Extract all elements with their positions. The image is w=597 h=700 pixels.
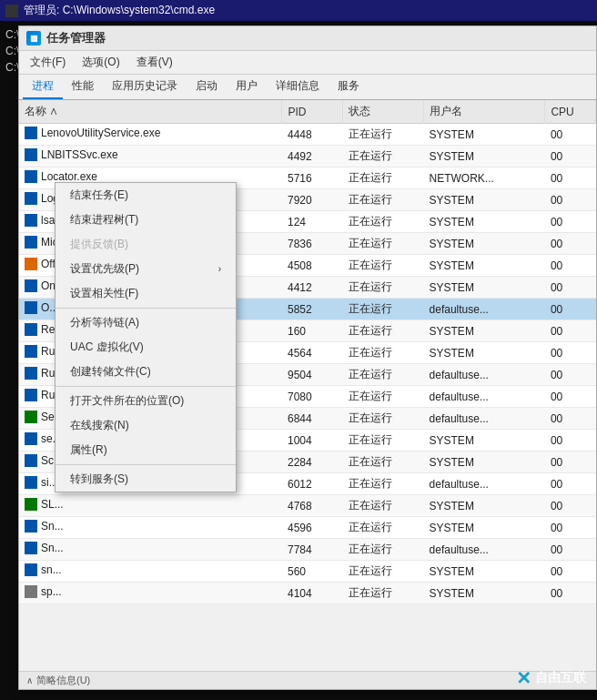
ctx-item-label: 分析等待链(A) (70, 315, 139, 330)
context-menu-item[interactable]: 设置相关性(F) (56, 281, 236, 306)
proc-name: sp... (41, 585, 62, 598)
table-row[interactable]: Sn... 7784 正在运行 defaultuse... 00 (19, 539, 596, 561)
cmd-icon (5, 5, 18, 17)
tab-details[interactable]: 详细信息 (267, 75, 329, 99)
proc-user: SYSTEM (424, 451, 545, 473)
status-text[interactable]: 简略信息(U) (36, 674, 90, 687)
proc-user: SYSTEM (424, 189, 545, 211)
tab-services[interactable]: 服务 (329, 75, 369, 99)
proc-name: sn... (41, 563, 62, 576)
context-menu-item[interactable]: UAC 虚拟化(V) (56, 335, 236, 360)
proc-status: 正在运行 (343, 386, 424, 408)
table-row[interactable]: SL... 4768 正在运行 SYSTEM 00 (19, 495, 596, 517)
proc-cpu: 00 (545, 167, 596, 189)
proc-icon (25, 411, 37, 423)
context-menu-item[interactable]: 结束任务(E) (56, 183, 236, 208)
context-menu-item[interactable]: 分析等待链(A) (56, 310, 236, 335)
proc-name-cell: Sn... (19, 517, 282, 535)
proc-name-cell: Sn... (19, 539, 282, 557)
proc-name-cell: sp... (19, 583, 282, 601)
proc-name: SL... (41, 498, 64, 511)
menu-options[interactable]: 选项(O) (75, 53, 126, 72)
watermark: ✕ 自由互联 (516, 667, 586, 689)
proc-name-cell: LNBITSSvc.exe (19, 146, 282, 164)
proc-cpu: 00 (545, 342, 596, 364)
col-cpu[interactable]: CPU (545, 100, 596, 124)
proc-user: defaultuse... (424, 386, 545, 408)
context-menu-separator (56, 386, 236, 387)
context-menu-item[interactable]: 结束进程树(T) (56, 208, 236, 232)
proc-user: defaultuse... (424, 473, 545, 495)
tab-performance[interactable]: 性能 (63, 75, 103, 99)
table-row[interactable]: sp... 4104 正在运行 SYSTEM 00 (19, 583, 596, 604)
proc-icon (25, 279, 37, 292)
proc-icon (25, 432, 37, 445)
context-menu-item[interactable]: 打开文件所在的位置(O) (56, 389, 236, 413)
table-row[interactable]: Sn... 4596 正在运行 SYSTEM 00 (19, 517, 596, 539)
col-name[interactable]: 名称 ∧ (19, 100, 282, 124)
context-menu-item[interactable]: 创建转储文件(C) (56, 360, 236, 384)
proc-pid: 7920 (282, 189, 343, 211)
context-menu-item[interactable]: 在线搜索(N) (56, 413, 236, 438)
tm-titlebar: ▦ 任务管理器 (19, 26, 596, 51)
proc-icon (25, 454, 37, 467)
proc-name: Locator.exe (41, 170, 97, 183)
context-menu-separator (56, 308, 236, 309)
proc-cpu: 00 (545, 211, 596, 233)
proc-icon (25, 498, 37, 511)
proc-icon (25, 258, 37, 270)
col-pid[interactable]: PID (282, 100, 343, 124)
context-menu-item[interactable]: 属性(R) (56, 438, 236, 462)
proc-icon (25, 542, 37, 554)
proc-cpu: 00 (545, 364, 596, 386)
proc-pid: 560 (282, 561, 343, 583)
cmd-title: 管理员: C:\Windows\system32\cmd.exe (24, 3, 215, 18)
context-menu-item[interactable]: 设置优先级(P) › (56, 257, 236, 281)
tm-app-icon: ▦ (26, 31, 41, 46)
context-menu-item[interactable]: 转到服务(S) (56, 467, 236, 492)
proc-icon (25, 170, 37, 183)
proc-cpu: 00 (545, 233, 596, 255)
tab-processes[interactable]: 进程 (23, 75, 63, 99)
table-row[interactable]: LNBITSSvc.exe 4492 正在运行 SYSTEM 00 (19, 146, 596, 167)
proc-user: SYSTEM (424, 561, 545, 583)
proc-pid: 5716 (282, 167, 343, 189)
ctx-item-label: 在线搜索(N) (70, 418, 129, 433)
proc-pid: 4508 (282, 255, 343, 277)
tm-menubar: 文件(F) 选项(O) 查看(V) (19, 51, 596, 75)
proc-pid: 6012 (282, 473, 343, 495)
col-status[interactable]: 状态 (343, 100, 424, 124)
ctx-item-label: 打开文件所在的位置(O) (70, 393, 184, 409)
tab-users[interactable]: 用户 (227, 75, 267, 99)
table-header: 名称 ∧ PID 状态 用户名 CPU (19, 100, 596, 124)
context-menu: 结束任务(E) 结束进程树(T) 提供反馈(B) 设置优先级(P) › 设置相关… (55, 182, 237, 492)
context-menu-item: 提供反馈(B) (56, 232, 236, 257)
proc-pid: 4492 (282, 146, 343, 167)
proc-status: 正在运行 (343, 364, 424, 386)
proc-icon (25, 563, 37, 576)
col-user[interactable]: 用户名 (424, 100, 545, 124)
table-row[interactable]: sn... 560 正在运行 SYSTEM 00 (19, 561, 596, 583)
proc-name-cell: LenovoUtilityService.exe (19, 124, 282, 142)
proc-cpu: 00 (545, 517, 596, 539)
tab-app-history[interactable]: 应用历史记录 (103, 75, 187, 99)
cmd-titlebar: 管理员: C:\Windows\system32\cmd.exe (0, 0, 597, 21)
proc-user: SYSTEM (424, 277, 545, 299)
table-row[interactable]: LenovoUtilityService.exe 4448 正在运行 SYSTE… (19, 124, 596, 146)
proc-icon (25, 148, 37, 161)
proc-cpu: 00 (545, 255, 596, 277)
ctx-item-label: 提供反馈(B) (70, 237, 128, 252)
proc-user: NETWORK... (424, 167, 545, 189)
proc-pid: 4768 (282, 495, 343, 517)
menu-view[interactable]: 查看(V) (129, 53, 180, 72)
proc-user: SYSTEM (424, 495, 545, 517)
proc-icon (25, 520, 37, 533)
proc-pid: 6844 (282, 408, 343, 430)
menu-file[interactable]: 文件(F) (23, 53, 73, 72)
proc-pid: 160 (282, 320, 343, 342)
tab-startup[interactable]: 启动 (187, 75, 227, 99)
proc-user: SYSTEM (424, 430, 545, 451)
proc-user: defaultuse... (424, 539, 545, 561)
proc-name: LenovoUtilityService.exe (41, 127, 160, 139)
proc-icon (25, 192, 37, 205)
